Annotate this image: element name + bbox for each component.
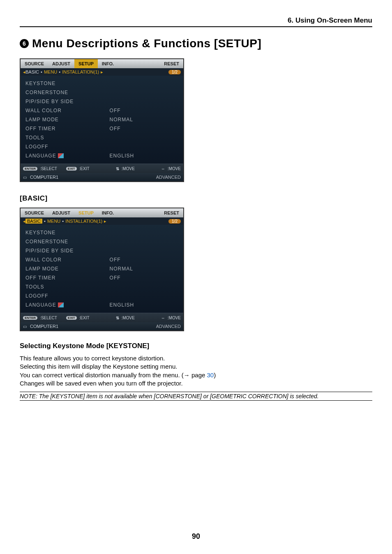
osd-item-pip[interactable]: PIP/SIDE BY SIDE [25, 98, 110, 105]
osd-basic-menu: SOURCE ADJUST SETUP INFO. RESET ◂ BASIC … [20, 208, 184, 331]
osd-subtab-menu[interactable]: MENU [44, 69, 57, 74]
osd-value: OFF [110, 125, 134, 132]
dot-icon: • [39, 69, 44, 74]
osd-tab-setup[interactable]: SETUP [74, 59, 98, 68]
osd-subtab-installation[interactable]: INSTALLATION(1) [65, 219, 102, 224]
osd-item-logoff[interactable]: LOGOFF [25, 292, 110, 300]
basic-heading: [BASIC] [20, 194, 372, 203]
source-icon: ▭ [23, 175, 27, 180]
osd-body: KEYSTONE CORNERSTONE PIP/SIDE BY SIDE WA… [21, 76, 183, 164]
body-text: This feature allows you to correct keyst… [20, 354, 372, 362]
hint-select: :SELECT [40, 316, 57, 320]
osd-item-cornerstone[interactable]: CORNERSTONE [25, 89, 110, 96]
updown-icon: ⇅ [116, 316, 119, 320]
osd-item-tools[interactable]: TOOLS [25, 134, 110, 141]
updown-icon: ⇅ [116, 166, 119, 171]
hint-move-h: :MOVE [168, 316, 181, 320]
osd-tab-source[interactable]: SOURCE [21, 59, 48, 68]
osd-item-keystone[interactable]: KEYSTONE [25, 80, 110, 87]
osd-item-keystone[interactable]: KEYSTONE [25, 229, 110, 236]
osd-value [110, 89, 134, 96]
body-text: You can correct vertical distortion manu… [20, 371, 372, 379]
osd-item-off-timer[interactable]: OFF TIMER [25, 274, 110, 282]
language-icon [58, 302, 64, 307]
osd-subtab-basic[interactable]: BASIC [25, 69, 39, 74]
osd-tab-source[interactable]: SOURCE [21, 208, 48, 217]
osd-item-logoff[interactable]: LOGOFF [25, 143, 110, 150]
osd-value [110, 143, 134, 150]
note-text: NOTE: The [KEYSTONE] item is not availab… [20, 393, 372, 399]
osd-footer-source: COMPUTER1 [30, 175, 58, 180]
osd-value [110, 134, 134, 141]
enter-pill-icon: ENTER [23, 167, 37, 171]
hint-exit: :EXIT [79, 166, 90, 171]
osd-value: NORMAL [110, 265, 134, 272]
section-number-bullet: 6 [20, 39, 29, 48]
osd-subtab-menu[interactable]: MENU [47, 219, 60, 224]
osd-value [110, 238, 134, 245]
osd-value [110, 247, 134, 254]
keystone-subheading: Selecting Keystone Mode [KEYSTONE] [20, 342, 372, 350]
body-text: Changes will be saved even when you turn… [20, 379, 372, 388]
page-number: 90 [20, 532, 372, 541]
page-link-30[interactable]: 30 [207, 372, 214, 379]
dot-icon: • [57, 69, 62, 74]
hint-exit: :EXIT [79, 316, 90, 320]
osd-item-pip[interactable]: PIP/SIDE BY SIDE [25, 247, 110, 254]
section-title-row: 6 Menu Descriptions & Functions [SETUP] [20, 37, 372, 50]
osd-subtab-installation[interactable]: INSTALLATION(1) [62, 69, 99, 74]
osd-subtab-basic[interactable]: BASIC [25, 219, 42, 224]
osd-subnav: ◂ BASIC • MENU • INSTALLATION(1) ▸ 1/2 [21, 217, 183, 225]
osd-hints: ENTER :SELECT EXIT :EXIT ⇅ :MOVE ↔ :MOVE [21, 313, 183, 322]
osd-tab-info[interactable]: INFO. [98, 208, 118, 217]
chevron-right-icon[interactable]: ▸ [101, 69, 103, 75]
osd-value: NORMAL [110, 116, 134, 123]
chevron-right-icon[interactable]: ▸ [104, 219, 106, 224]
chapter-header: 6. Using On-Screen Menu [20, 16, 372, 27]
osd-tab-bar: SOURCE ADJUST SETUP INFO. RESET [21, 59, 183, 68]
osd-item-off-timer[interactable]: OFF TIMER [25, 125, 110, 132]
leftright-icon: ↔ [161, 316, 165, 320]
exit-pill-icon: EXIT [66, 167, 77, 171]
osd-tab-setup[interactable]: SETUP [74, 208, 98, 217]
source-icon: ▭ [23, 324, 27, 329]
osd-value: ENGLISH [110, 301, 134, 309]
osd-value: OFF [110, 274, 134, 282]
section-title: Menu Descriptions & Functions [SETUP] [32, 37, 261, 50]
osd-item-cornerstone[interactable]: CORNERSTONE [25, 238, 110, 245]
dot-icon: • [60, 219, 65, 224]
osd-tab-reset[interactable]: RESET [160, 208, 183, 217]
osd-value [110, 283, 134, 291]
leftright-icon: ↔ [161, 166, 165, 171]
osd-item-wall-color[interactable]: WALL COLOR [25, 256, 110, 263]
osd-tab-adjust[interactable]: ADJUST [48, 208, 74, 217]
osd-value [110, 229, 134, 236]
osd-footer: ▭ COMPUTER1 ADVANCED [21, 173, 183, 181]
osd-item-language[interactable]: LANGUAGE [25, 301, 110, 309]
osd-subnav: ◂ BASIC • MENU • INSTALLATION(1) ▸ 1/2 [21, 68, 183, 76]
osd-page-indicator: 1/2 [168, 219, 181, 224]
osd-body: KEYSTONE CORNERSTONE PIP/SIDE BY SIDE WA… [21, 225, 183, 313]
dot-icon: • [42, 219, 47, 224]
osd-footer-mode: ADVANCED [156, 175, 181, 180]
osd-tab-reset[interactable]: RESET [160, 59, 183, 68]
hint-select: :SELECT [40, 166, 57, 171]
osd-tab-adjust[interactable]: ADJUST [48, 59, 74, 68]
exit-pill-icon: EXIT [66, 316, 77, 320]
osd-item-wall-color[interactable]: WALL COLOR [25, 107, 110, 114]
osd-value: OFF [110, 256, 134, 263]
body-text: Selecting this item will display the Key… [20, 362, 372, 371]
osd-item-lamp-mode[interactable]: LAMP MODE [25, 265, 110, 272]
osd-tab-info[interactable]: INFO. [98, 59, 118, 68]
language-icon [58, 153, 64, 158]
osd-hints: ENTER :SELECT EXIT :EXIT ⇅ :MOVE ↔ :MOVE [21, 164, 183, 173]
osd-footer: ▭ COMPUTER1 ADVANCED [21, 322, 183, 330]
osd-value [110, 98, 134, 105]
osd-value [110, 80, 134, 87]
osd-value [110, 292, 134, 300]
osd-item-language[interactable]: LANGUAGE [25, 152, 110, 159]
enter-pill-icon: ENTER [23, 316, 37, 320]
osd-item-tools[interactable]: TOOLS [25, 283, 110, 291]
osd-item-lamp-mode[interactable]: LAMP MODE [25, 116, 110, 123]
note-box: NOTE: The [KEYSTONE] item is not availab… [20, 392, 372, 401]
